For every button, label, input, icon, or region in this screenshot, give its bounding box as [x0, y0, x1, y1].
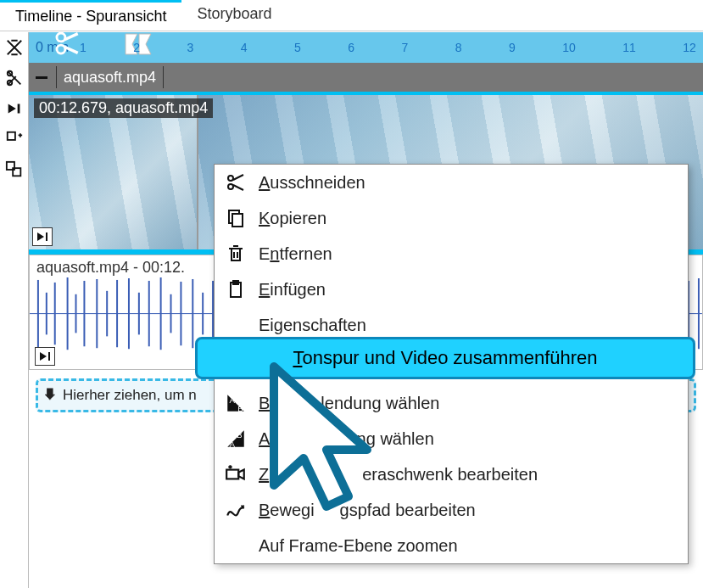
video-thumbnail[interactable] — [29, 95, 198, 249]
tick: 12 — [683, 41, 696, 54]
add-track-icon[interactable] — [3, 127, 26, 151]
tick: 5 — [294, 41, 301, 54]
camera-icon — [215, 463, 257, 485]
menu-cut[interactable]: AAusschneidenusschneiden — [215, 165, 688, 200]
video-clip-label: 00:12.679, aquasoft.mp4 — [34, 98, 213, 118]
menu-zoom-frame[interactable]: Auf Frame-Ebene zoomen — [215, 528, 688, 563]
svg-text:B: B — [237, 430, 243, 440]
collapse-icon[interactable] — [36, 76, 47, 79]
menu-label: Einfügen — [257, 280, 688, 300]
fadein-icon: AB — [215, 392, 257, 414]
tick: 4 — [241, 41, 248, 54]
svg-point-31 — [228, 184, 233, 189]
menu-label: AAusschneidenusschneiden — [257, 173, 688, 193]
trash-icon — [215, 244, 257, 264]
menu-label: Auf Frame-Ebene zoomen — [257, 536, 688, 556]
drop-target-text: Hierher ziehen, um n — [63, 387, 197, 404]
svg-point-6 — [57, 45, 65, 53]
audio-clip-label: aquasoft.mp4 - 00:12. — [36, 259, 185, 277]
track-header: aquasoft.mp4 — [29, 63, 703, 92]
fadeout-icon: BA — [215, 428, 257, 450]
tab-storyboard[interactable]: Storyboard — [181, 0, 287, 31]
svg-rect-40 — [226, 470, 238, 479]
skip-icon[interactable] — [3, 97, 26, 120]
scissors-icon[interactable] — [53, 29, 81, 60]
tick: 7 — [402, 41, 409, 54]
path-icon — [215, 499, 257, 521]
tick: 11 — [622, 41, 636, 54]
tick: 10 — [562, 41, 576, 54]
svg-point-30 — [228, 176, 233, 181]
svg-text:A: A — [229, 440, 235, 449]
tick: 8 — [455, 41, 462, 54]
menu-remove[interactable]: Entfernen — [215, 236, 688, 272]
cursor-icon — [265, 358, 401, 531]
menu-paste[interactable]: Einfügen — [215, 272, 688, 307]
svg-text:B: B — [237, 404, 243, 413]
track-play-icon[interactable] — [35, 347, 55, 366]
down-arrow-icon: 🡇 — [43, 387, 58, 404]
svg-point-5 — [57, 33, 65, 42]
menu-label: Eigenschaften — [257, 316, 688, 335]
cut-icon[interactable] — [3, 66, 26, 90]
menu-label: Entfernen — [257, 244, 688, 264]
copy-icon — [215, 208, 257, 228]
tabs-bar: Timeline - Spuransicht Storyboard — [0, 0, 703, 31]
svg-rect-2 — [7, 132, 14, 140]
track-play-icon[interactable] — [32, 227, 53, 246]
menu-label: Kopieren — [257, 209, 688, 228]
scissors-icon — [215, 172, 257, 193]
fx-icon[interactable] — [3, 36, 26, 59]
left-toolbar — [0, 32, 29, 588]
ruler-ticks: 1 2 3 4 5 6 7 8 9 10 11 12 — [80, 41, 703, 54]
svg-rect-33 — [232, 214, 243, 227]
tick: 3 — [187, 41, 194, 54]
paste-icon — [215, 279, 257, 300]
menu-copy[interactable]: Kopieren — [215, 200, 688, 236]
track-filename: aquasoft.mp4 — [56, 66, 164, 88]
group-icon[interactable] — [3, 158, 26, 182]
tick: 9 — [509, 41, 516, 54]
tab-timeline[interactable]: Timeline - Spuransicht — [0, 0, 181, 31]
svg-text:A: A — [229, 395, 235, 405]
tick: 2 — [133, 41, 140, 54]
time-ruler[interactable]: 0 min 1 2 3 4 5 6 7 8 9 10 11 12 — [29, 32, 703, 63]
tick: 6 — [348, 41, 354, 54]
